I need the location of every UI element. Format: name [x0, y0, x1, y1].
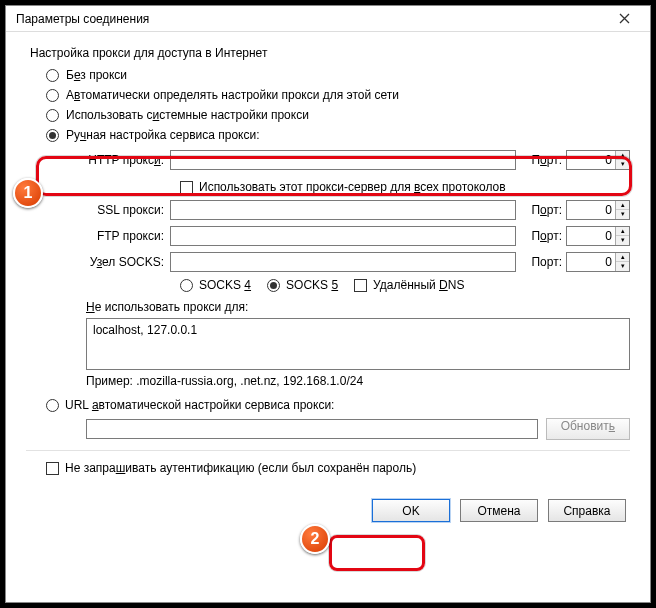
- help-button[interactable]: Справка: [548, 499, 626, 522]
- ftp-proxy-label: FTP прокси:: [86, 229, 170, 243]
- radio-socks4[interactable]: [180, 279, 193, 292]
- radio-auto-detect-label: Автоматически определять настройки прокс…: [66, 88, 399, 102]
- radio-system[interactable]: [46, 109, 59, 122]
- dialog-content: Настройка прокси для доступа в Интернет …: [6, 32, 650, 536]
- radio-manual-label: Ручная настройка сервиса прокси:: [66, 128, 259, 142]
- http-proxy-label: HTTP прокси:: [86, 153, 170, 167]
- separator: [26, 450, 630, 451]
- remote-dns-row[interactable]: Удалённый DNS: [354, 278, 464, 292]
- no-auth-prompt-row[interactable]: Не запрашивать аутентификацию (если был …: [46, 461, 630, 475]
- section-header: Настройка прокси для доступа в Интернет: [30, 46, 630, 60]
- use-for-all-checkbox[interactable]: [180, 181, 193, 194]
- noproxy-example: Пример: .mozilla-russia.org, .net.nz, 19…: [86, 374, 630, 388]
- radio-auto-url-label: URL автоматической настройки сервиса про…: [65, 398, 334, 412]
- http-proxy-input[interactable]: [170, 150, 516, 170]
- annotation-badge-1: 1: [13, 178, 43, 208]
- ssl-proxy-row: SSL прокси: Порт: 0 ▴▾: [86, 200, 630, 220]
- radio-socks4-label: SOCKS 4: [199, 278, 251, 292]
- no-auth-prompt-label: Не запрашивать аутентификацию (если был …: [65, 461, 416, 475]
- radio-socks5-row[interactable]: SOCKS 5: [267, 278, 338, 292]
- ssl-port-input[interactable]: 0 ▴▾: [566, 200, 630, 220]
- radio-no-proxy[interactable]: [46, 69, 59, 82]
- radio-auto-url-row[interactable]: URL автоматической настройки сервиса про…: [46, 398, 630, 412]
- cancel-button[interactable]: Отмена: [460, 499, 538, 522]
- auto-url-input-row: Обновить: [86, 418, 630, 440]
- socks-host-label: Узел SOCKS:: [86, 255, 170, 269]
- http-proxy-row: HTTP прокси: Порт: 0 ▴▾: [86, 150, 630, 170]
- radio-socks5[interactable]: [267, 279, 280, 292]
- http-port-spinner[interactable]: ▴▾: [615, 151, 629, 169]
- socks-host-input[interactable]: [170, 252, 516, 272]
- noproxy-label: Не использовать прокси для:: [86, 300, 630, 314]
- socks-version-row: SOCKS 4 SOCKS 5 Удалённый DNS: [180, 278, 630, 292]
- titlebar: Параметры соединения: [6, 6, 650, 32]
- no-auth-prompt-checkbox[interactable]: [46, 462, 59, 475]
- http-port-label: Порт:: [516, 153, 566, 167]
- close-button[interactable]: [604, 7, 644, 31]
- ssl-port-label: Порт:: [516, 203, 566, 217]
- radio-manual[interactable]: [46, 129, 59, 142]
- socks-port-input[interactable]: 0 ▴▾: [566, 252, 630, 272]
- noproxy-value: localhost, 127.0.0.1: [93, 323, 197, 337]
- use-for-all-row[interactable]: Использовать этот прокси-сервер для всех…: [180, 180, 630, 194]
- radio-socks5-label: SOCKS 5: [286, 278, 338, 292]
- ssl-port-spinner[interactable]: ▴▾: [615, 201, 629, 219]
- ssl-proxy-input[interactable]: [170, 200, 516, 220]
- radio-auto-detect-row[interactable]: Автоматически определять настройки прокс…: [46, 88, 630, 102]
- radio-system-row[interactable]: Использовать системные настройки прокси: [46, 108, 630, 122]
- ssl-proxy-label: SSL прокси:: [86, 203, 170, 217]
- ftp-proxy-input[interactable]: [170, 226, 516, 246]
- ok-button[interactable]: OK: [372, 499, 450, 522]
- socks-port-spinner[interactable]: ▴▾: [615, 253, 629, 271]
- reload-button[interactable]: Обновить: [546, 418, 630, 440]
- use-for-all-label: Использовать этот прокси-сервер для всех…: [199, 180, 506, 194]
- radio-auto-detect[interactable]: [46, 89, 59, 102]
- dialog-window: Параметры соединения Настройка прокси дл…: [5, 5, 651, 603]
- socks-host-row: Узел SOCKS: Порт: 0 ▴▾: [86, 252, 630, 272]
- ftp-port-input[interactable]: 0 ▴▾: [566, 226, 630, 246]
- remote-dns-checkbox[interactable]: [354, 279, 367, 292]
- dialog-footer: OK Отмена Справка: [30, 499, 630, 522]
- radio-socks4-row[interactable]: SOCKS 4: [180, 278, 251, 292]
- socks-port-label: Порт:: [516, 255, 566, 269]
- radio-no-proxy-label: Без прокси: [66, 68, 127, 82]
- window-title: Параметры соединения: [16, 12, 149, 26]
- radio-system-label: Использовать системные настройки прокси: [66, 108, 309, 122]
- radio-manual-row[interactable]: Ручная настройка сервиса прокси:: [46, 128, 630, 142]
- auto-url-input[interactable]: [86, 419, 538, 439]
- radio-auto-url[interactable]: [46, 399, 59, 412]
- remote-dns-label: Удалённый DNS: [373, 278, 464, 292]
- ftp-proxy-row: FTP прокси: Порт: 0 ▴▾: [86, 226, 630, 246]
- noproxy-textarea[interactable]: localhost, 127.0.0.1: [86, 318, 630, 370]
- ftp-port-spinner[interactable]: ▴▾: [615, 227, 629, 245]
- radio-no-proxy-row[interactable]: Без прокси: [46, 68, 630, 82]
- ftp-port-label: Порт:: [516, 229, 566, 243]
- proxy-grid: HTTP прокси: Порт: 0 ▴▾ Использовать это…: [86, 150, 630, 292]
- http-port-input[interactable]: 0 ▴▾: [566, 150, 630, 170]
- annotation-badge-2: 2: [300, 524, 330, 554]
